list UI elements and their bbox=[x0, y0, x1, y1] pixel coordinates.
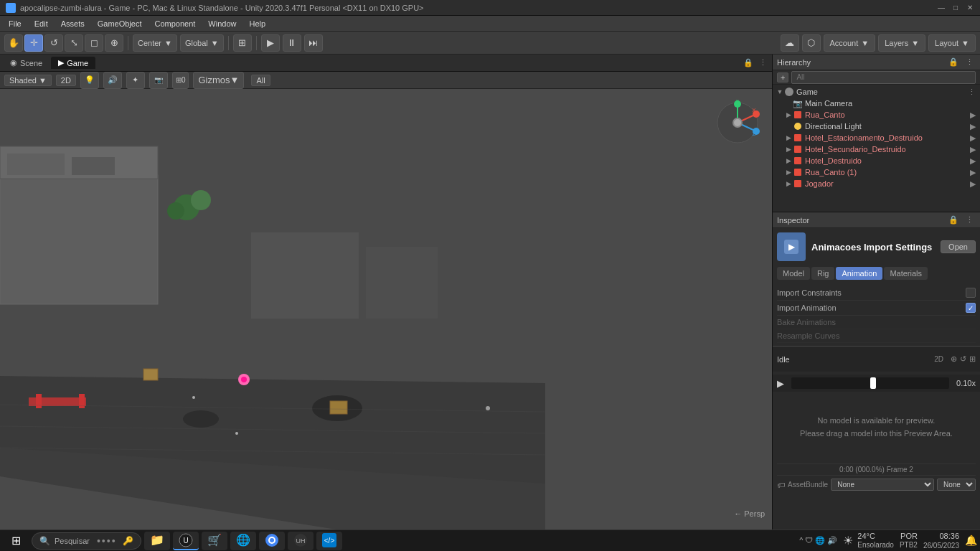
import-constraints-label: Import Constraints bbox=[777, 288, 966, 297]
assetbundle-variant-select[interactable]: None bbox=[937, 479, 976, 491]
menu-component[interactable]: Component bbox=[149, 18, 201, 29]
space-dropdown[interactable]: Global ▼ bbox=[180, 34, 224, 52]
account-dropdown[interactable]: Account ▼ bbox=[824, 34, 876, 52]
tab-game[interactable]: ▶ Game bbox=[51, 57, 95, 69]
viewport-options-icon[interactable]: ⋮ bbox=[756, 57, 769, 70]
expand-arrow-rua1: ▶ bbox=[784, 169, 793, 176]
hier-item-hotel-est[interactable]: ▶ Hotel_Estacionamento_Destruido ▶ bbox=[773, 132, 980, 143]
pivot-dropdown[interactable]: Center ▼ bbox=[133, 34, 177, 52]
hier-item-rua-canto-1[interactable]: ▶ Rua_Canto (1) ▶ bbox=[773, 166, 980, 178]
layers-dropdown[interactable]: Layers ▼ bbox=[878, 34, 925, 52]
hier-item-hotel-sec[interactable]: ▶ Hotel_Secundario_Destruido ▶ bbox=[773, 143, 980, 155]
minimize-button[interactable]: — bbox=[937, 4, 946, 12]
hier-game-opts[interactable]: ⋮ bbox=[968, 88, 976, 97]
title-area: apocalipse-zumbi-alura - Game - PC, Mac … bbox=[6, 3, 424, 13]
2d-toggle[interactable]: 2D bbox=[56, 75, 76, 86]
tab-animation[interactable]: Animation bbox=[836, 267, 882, 280]
anim-handle[interactable] bbox=[870, 377, 876, 389]
effects-btn[interactable]: ✦ bbox=[126, 72, 145, 89]
taskbar-app-unity2[interactable]: UH bbox=[288, 532, 314, 550]
hier-item-rua-canto[interactable]: ▶ Rua_Canto ▶ bbox=[773, 109, 980, 121]
sound-btn[interactable]: 🔊 bbox=[103, 72, 122, 89]
layout-dropdown[interactable]: Layout ▼ bbox=[928, 34, 976, 52]
inspector-lock-icon[interactable]: 🔒 bbox=[947, 214, 960, 227]
rect-tool[interactable]: ◻ bbox=[85, 34, 103, 52]
separator-1 bbox=[128, 36, 128, 50]
hierarchy-search[interactable] bbox=[791, 71, 976, 84]
hier-item-dir-light[interactable]: Directional Light ▶ bbox=[773, 121, 980, 132]
notification-icon[interactable]: 🔔 bbox=[965, 534, 977, 546]
taskbar-app-vscode[interactable]: </> bbox=[316, 532, 342, 550]
taskbar-search[interactable]: 🔍 Pesquisar •••• 🔑 bbox=[32, 532, 141, 550]
taskbar-app-chrome[interactable] bbox=[259, 532, 285, 550]
hier-item-jogador[interactable]: ▶ Jogador ▶ bbox=[773, 178, 980, 189]
tab-materials[interactable]: Materials bbox=[884, 267, 928, 280]
import-constraints-checkbox[interactable] bbox=[966, 288, 976, 298]
anim-time-display: 0:00 (000.0%) Frame 2 bbox=[777, 463, 976, 475]
hier-item-hotel-des[interactable]: ▶ Hotel_Destruido ▶ bbox=[773, 155, 980, 166]
inspector-options-icon[interactable]: ⋮ bbox=[963, 214, 976, 227]
maximize-button[interactable]: □ bbox=[951, 4, 960, 12]
inspector-panel: Inspector 🔒 ⋮ ▶ Animacoes Import Setting… bbox=[773, 212, 980, 529]
tab-model[interactable]: Model bbox=[777, 267, 810, 280]
grid-btn[interactable]: ⊞ bbox=[233, 34, 252, 52]
menu-gameobject[interactable]: GameObject bbox=[92, 18, 148, 29]
start-button[interactable]: ⊞ bbox=[3, 532, 29, 550]
move-tool[interactable]: ✛ bbox=[24, 34, 43, 52]
scene-gizmo[interactable]: X Y Z bbox=[715, 100, 761, 146]
hier-item-hotel-des-label: Hotel_Destruido bbox=[805, 156, 862, 165]
shaded-dropdown[interactable]: Shaded ▼ bbox=[4, 75, 52, 86]
tab-scene[interactable]: ◉ Scene bbox=[3, 57, 50, 69]
hierarchy-options-icon[interactable]: ⋮ bbox=[963, 56, 976, 69]
tab-rig[interactable]: Rig bbox=[811, 267, 835, 280]
cloud-btn[interactable]: ⬡ bbox=[802, 34, 821, 52]
add-hierarchy-btn[interactable]: + bbox=[777, 72, 788, 83]
step-button[interactable]: ⏭ bbox=[304, 34, 323, 52]
transform-tool[interactable]: ⊕ bbox=[105, 34, 123, 52]
anim-timeline[interactable] bbox=[791, 377, 949, 389]
svg-text:</>: </> bbox=[324, 537, 334, 545]
hier-rua-opts[interactable]: ▶ bbox=[970, 110, 976, 120]
account-label: Account bbox=[830, 39, 859, 47]
rotate-tool[interactable]: ↺ bbox=[44, 34, 63, 52]
menu-edit[interactable]: Edit bbox=[29, 18, 54, 29]
svg-text:Y: Y bbox=[735, 100, 740, 104]
game-tab-icon: ▶ bbox=[58, 58, 64, 67]
all-filter[interactable]: All bbox=[251, 75, 270, 86]
viewport-lock-icon[interactable]: 🔒 bbox=[742, 57, 755, 70]
gizmos-dropdown[interactable]: Gizmos ▼ bbox=[193, 72, 244, 89]
stats-btn[interactable]: ⊞0 bbox=[172, 72, 189, 89]
hand-tool[interactable]: ✋ bbox=[4, 34, 23, 52]
cube-icon bbox=[794, 169, 801, 176]
svg-point-26 bbox=[486, 406, 490, 410]
hierarchy-lock-icon[interactable]: 🔒 bbox=[947, 56, 960, 69]
hier-item-dir-light-label: Directional Light bbox=[805, 122, 862, 131]
menu-window[interactable]: Window bbox=[202, 18, 242, 29]
hier-item-game[interactable]: ▼ Game ⋮ bbox=[773, 86, 980, 98]
menu-assets[interactable]: Assets bbox=[55, 18, 90, 29]
taskbar-app-unity[interactable]: U bbox=[173, 532, 199, 550]
light-btn[interactable]: 💡 bbox=[80, 72, 99, 89]
scale-tool[interactable]: ⤡ bbox=[65, 34, 83, 52]
assetbundle-select[interactable]: None bbox=[831, 479, 934, 491]
pause-button[interactable]: ⏸ bbox=[283, 34, 301, 52]
scene-canvas[interactable]: X Y Z ← Persp bbox=[0, 89, 772, 529]
taskbar-app-edge[interactable]: 🌐 bbox=[230, 532, 256, 550]
play-button[interactable]: ▶ bbox=[261, 34, 280, 52]
inspector-content: ▶ Animacoes Import Settings Open Model R… bbox=[773, 228, 980, 529]
anim-play-button[interactable]: ▶ bbox=[777, 378, 784, 389]
close-button[interactable]: ✕ bbox=[966, 4, 974, 12]
hier-item-main-camera[interactable]: 📷 Main Camera bbox=[773, 98, 980, 109]
camera-effects-btn[interactable]: 📷 bbox=[149, 72, 168, 89]
collab-btn[interactable]: ☁ bbox=[781, 34, 799, 52]
hierarchy-list: ▼ Game ⋮ 📷 Main Camera ▶ Rua_C bbox=[773, 85, 980, 212]
menu-file[interactable]: File bbox=[3, 18, 27, 29]
open-button[interactable]: Open bbox=[941, 240, 976, 253]
import-animation-checkbox[interactable]: ✓ bbox=[966, 303, 976, 313]
taskbar-app-explorer[interactable]: 📁 bbox=[144, 532, 170, 550]
taskbar-app-store[interactable]: 🛒 bbox=[202, 532, 227, 550]
hier-dl-opts[interactable]: ▶ bbox=[970, 122, 976, 131]
menu-help[interactable]: Help bbox=[243, 18, 271, 29]
separator-3 bbox=[256, 36, 257, 50]
bake-animations-label: Bake Animations bbox=[777, 318, 976, 326]
